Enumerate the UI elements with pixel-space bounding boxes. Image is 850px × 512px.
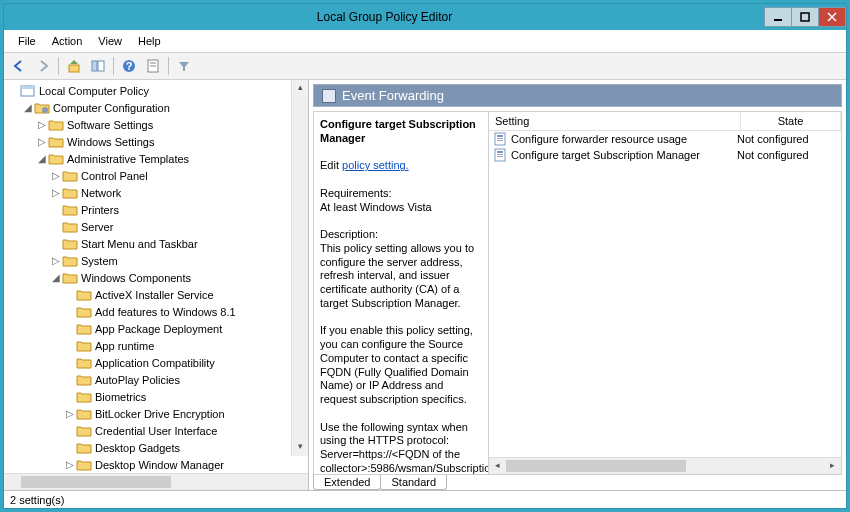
scroll-left-icon[interactable]: ◂ bbox=[489, 458, 506, 474]
edit-label: Edit bbox=[320, 159, 339, 171]
tree-item-label: Start Menu and Taskbar bbox=[81, 238, 198, 250]
tab-standard[interactable]: Standard bbox=[380, 475, 447, 490]
up-button[interactable] bbox=[63, 55, 85, 77]
tree-item-activex-installer-service[interactable]: ActiveX Installer Service bbox=[6, 286, 306, 303]
description-label: Description: bbox=[320, 228, 378, 240]
tree-item-control-panel[interactable]: ▷Control Panel bbox=[6, 167, 306, 184]
filter-button[interactable] bbox=[173, 55, 195, 77]
tree-item-app-package-deployment[interactable]: App Package Deployment bbox=[6, 320, 306, 337]
tree-item-label: Computer Configuration bbox=[53, 102, 170, 114]
list-hscrollbar[interactable]: ◂ ▸ bbox=[489, 457, 841, 474]
help-button[interactable]: ? bbox=[118, 55, 140, 77]
menubar: File Action View Help bbox=[4, 30, 846, 53]
menu-help[interactable]: Help bbox=[130, 32, 169, 50]
tree-item-printers[interactable]: Printers bbox=[6, 201, 306, 218]
folder-icon bbox=[20, 84, 36, 98]
tree-item-label: Add features to Windows 8.1 bbox=[95, 306, 236, 318]
tree-vscrollbar[interactable]: ▴ ▾ bbox=[291, 80, 308, 456]
menu-action[interactable]: Action bbox=[44, 32, 91, 50]
svg-rect-1 bbox=[801, 13, 809, 21]
tree-software-settings[interactable]: ▷Software Settings bbox=[6, 116, 306, 133]
folder-icon bbox=[76, 288, 92, 302]
folder-icon bbox=[34, 101, 50, 115]
tree-item-desktop-gadgets[interactable]: Desktop Gadgets bbox=[6, 439, 306, 456]
window-controls bbox=[765, 7, 846, 27]
requirements-label: Requirements: bbox=[320, 187, 392, 199]
edit-policy-link[interactable]: policy setting. bbox=[342, 159, 409, 171]
tree-item-label: Software Settings bbox=[67, 119, 153, 131]
tree-item-server[interactable]: Server bbox=[6, 218, 306, 235]
window-title: Local Group Policy Editor bbox=[4, 10, 765, 24]
folder-icon bbox=[76, 339, 92, 353]
close-button[interactable] bbox=[818, 7, 846, 27]
tree-item-system[interactable]: ▷System bbox=[6, 252, 306, 269]
expand-icon[interactable]: ◢ bbox=[50, 272, 62, 283]
expand-icon[interactable]: ▷ bbox=[36, 136, 48, 147]
back-button[interactable] bbox=[8, 55, 30, 77]
tree-administrative-templates[interactable]: ◢Administrative Templates bbox=[6, 150, 306, 167]
tree-item-start-menu-and-taskbar[interactable]: Start Menu and Taskbar bbox=[6, 235, 306, 252]
menu-view[interactable]: View bbox=[90, 32, 130, 50]
tree-item-label: App Package Deployment bbox=[95, 323, 222, 335]
list-item[interactable]: Configure target Subscription ManagerNot… bbox=[489, 147, 841, 163]
expand-icon[interactable]: ◢ bbox=[22, 102, 34, 113]
expand-icon[interactable]: ▷ bbox=[50, 187, 62, 198]
scroll-down-icon[interactable]: ▾ bbox=[292, 439, 308, 456]
tree-item-label: Network bbox=[81, 187, 121, 199]
show-hide-tree-button[interactable] bbox=[87, 55, 109, 77]
tree-item-label: App runtime bbox=[95, 340, 154, 352]
tree-item-desktop-window-manager[interactable]: ▷Desktop Window Manager bbox=[6, 456, 306, 473]
scroll-right-icon[interactable]: ▸ bbox=[824, 458, 841, 474]
policy-icon bbox=[493, 132, 507, 146]
expand-icon[interactable]: ▷ bbox=[50, 170, 62, 181]
folder-icon bbox=[76, 458, 92, 472]
expand-icon[interactable]: ▷ bbox=[64, 408, 76, 419]
statusbar: 2 setting(s) bbox=[4, 490, 846, 508]
tree-root-node[interactable]: Local Computer Policy bbox=[6, 82, 306, 99]
tab-extended[interactable]: Extended bbox=[313, 475, 381, 490]
content-area: Local Computer Policy◢Computer Configura… bbox=[4, 80, 846, 490]
tree-item-application-compatibility[interactable]: Application Compatibility bbox=[6, 354, 306, 371]
list-item[interactable]: Configure forwarder resource usageNot co… bbox=[489, 131, 841, 147]
expand-icon[interactable]: ▷ bbox=[64, 459, 76, 470]
tree-item-label: Windows Components bbox=[81, 272, 191, 284]
menu-file[interactable]: File bbox=[10, 32, 44, 50]
expand-icon[interactable]: ▷ bbox=[50, 255, 62, 266]
column-setting[interactable]: Setting bbox=[489, 112, 741, 130]
tree-windows-components[interactable]: ◢Windows Components bbox=[6, 269, 306, 286]
tree-hscrollbar[interactable] bbox=[4, 473, 308, 490]
tree-item-app-runtime[interactable]: App runtime bbox=[6, 337, 306, 354]
tree-item-add-features-to-windows-8-1[interactable]: Add features to Windows 8.1 bbox=[6, 303, 306, 320]
maximize-button[interactable] bbox=[791, 7, 819, 27]
tree-windows-settings[interactable]: ▷Windows Settings bbox=[6, 133, 306, 150]
folder-icon bbox=[62, 186, 78, 200]
svg-rect-13 bbox=[21, 86, 34, 89]
column-state[interactable]: State bbox=[741, 112, 841, 130]
tree-item-label: System bbox=[81, 255, 118, 267]
scroll-up-icon[interactable]: ▴ bbox=[292, 80, 308, 97]
tree-item-label: Server bbox=[81, 221, 113, 233]
tree-item-credential-user-interface[interactable]: Credential User Interface bbox=[6, 422, 306, 439]
svg-rect-17 bbox=[497, 138, 503, 139]
expand-icon[interactable]: ▷ bbox=[36, 119, 48, 130]
tree-item-autoplay-policies[interactable]: AutoPlay Policies bbox=[6, 371, 306, 388]
properties-button[interactable] bbox=[142, 55, 164, 77]
forward-button[interactable] bbox=[32, 55, 54, 77]
policy-tree[interactable]: Local Computer Policy◢Computer Configura… bbox=[4, 80, 308, 473]
tree-item-biometrics[interactable]: Biometrics bbox=[6, 388, 306, 405]
svg-rect-5 bbox=[92, 61, 97, 71]
titlebar: Local Group Policy Editor bbox=[4, 4, 846, 30]
expand-icon[interactable]: ◢ bbox=[36, 153, 48, 164]
folder-icon bbox=[62, 169, 78, 183]
minimize-button[interactable] bbox=[764, 7, 792, 27]
category-title: Event Forwarding bbox=[342, 88, 444, 103]
svg-rect-20 bbox=[497, 151, 503, 153]
tree-computer-configuration[interactable]: ◢Computer Configuration bbox=[6, 99, 306, 116]
scrollbar-thumb[interactable] bbox=[21, 476, 171, 488]
tree-item-network[interactable]: ▷Network bbox=[6, 184, 306, 201]
tree-item-label: Local Computer Policy bbox=[39, 85, 149, 97]
scrollbar-thumb[interactable] bbox=[506, 460, 686, 472]
folder-icon bbox=[76, 390, 92, 404]
tree-item-label: Credential User Interface bbox=[95, 425, 217, 437]
tree-item-bitlocker-drive-encryption[interactable]: ▷BitLocker Drive Encryption bbox=[6, 405, 306, 422]
